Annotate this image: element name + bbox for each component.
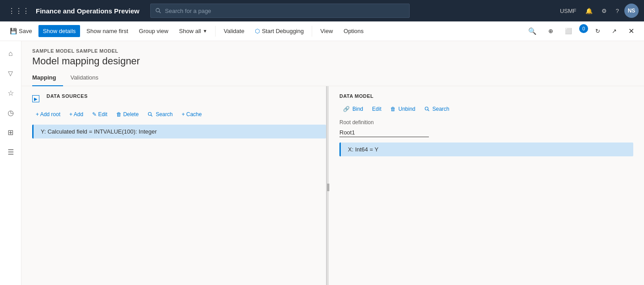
cmd-share-icon[interactable]: ↗ <box>607 24 621 38</box>
grid-icon[interactable]: ⋮⋮⋮ <box>5 4 32 18</box>
global-search[interactable] <box>150 4 410 18</box>
cmd-search-icon[interactable]: 🔍 <box>524 24 541 38</box>
tab-mapping[interactable]: Mapping <box>32 71 63 86</box>
data-model-row[interactable]: X: Int64 = Y <box>339 142 633 156</box>
search-small-icon <box>148 112 153 117</box>
cache-button[interactable]: + Cache <box>178 109 205 119</box>
chevron-down-icon: ▼ <box>203 29 207 34</box>
app-title: Finance and Operations Preview <box>36 7 140 15</box>
top-navigation: ⋮⋮⋮ Finance and Operations Preview USMF … <box>0 0 644 21</box>
svg-point-2 <box>148 113 152 116</box>
svg-line-1 <box>159 12 161 13</box>
left-panel: ▶ DATA SOURCES + Add root + Add ✎ Edit 🗑… <box>21 86 327 285</box>
left-panel-header: DATA SOURCES <box>47 93 88 99</box>
svg-line-3 <box>151 115 153 117</box>
show-details-button[interactable]: Show details <box>38 25 80 37</box>
search-icon <box>155 8 161 14</box>
group-view-button[interactable]: Group view <box>135 25 173 37</box>
root-definition-input[interactable] <box>339 128 429 137</box>
cmd-expand-icon[interactable]: ⬜ <box>560 24 576 38</box>
left-panel-toolbar: + Add root + Add ✎ Edit 🗑 Delete <box>32 109 326 119</box>
save-button[interactable]: 💾 Save <box>5 25 37 37</box>
debug-icon: ⬡ <box>255 28 260 34</box>
right-search-icon <box>424 106 430 112</box>
page-title: Model mapping designer <box>32 55 633 67</box>
command-bar: 💾 Save Show details Show name first Grou… <box>0 21 644 41</box>
cmd-close-icon[interactable]: ✕ <box>624 24 639 38</box>
notification-icon[interactable]: 🔔 <box>582 5 596 17</box>
sidebar: ⌂ ▽ ☆ ◷ ⊞ ☰ <box>0 41 21 285</box>
separator-1 <box>215 26 216 37</box>
unbind-button[interactable]: 🗑 Unbind <box>387 104 419 114</box>
right-panel: DATA MODEL 🔗 Bind Edit 🗑 Unbind <box>329 86 644 285</box>
search-button[interactable]: Search <box>144 109 176 119</box>
show-name-first-button[interactable]: Show name first <box>82 25 132 37</box>
sidebar-item-filter[interactable]: ▽ <box>2 64 20 82</box>
add-root-button[interactable]: + Add root <box>32 109 64 119</box>
start-debugging-button[interactable]: ⬡ Start Debugging <box>250 25 308 37</box>
help-icon[interactable]: ? <box>612 5 623 17</box>
page-header: SAMPLE MODEL SAMPLE MODEL Model mapping … <box>21 41 644 71</box>
root-definition-label: Root definition <box>339 119 633 126</box>
validate-button[interactable]: Validate <box>219 25 249 37</box>
link-icon: 🔗 <box>343 106 350 112</box>
right-search-button[interactable]: Search <box>421 104 453 114</box>
edit-button[interactable]: ✎ Edit <box>89 109 111 119</box>
cmd-pin-icon[interactable]: ⊕ <box>544 24 558 38</box>
separator-2 <box>312 26 312 37</box>
sidebar-item-workspace[interactable]: ⊞ <box>2 123 20 141</box>
svg-point-0 <box>156 8 160 12</box>
trash-icon: 🗑 <box>390 106 396 112</box>
options-button[interactable]: Options <box>339 25 368 37</box>
delete-button[interactable]: 🗑 Delete <box>113 109 142 119</box>
right-edit-button[interactable]: Edit <box>369 104 385 114</box>
show-all-button[interactable]: Show all ▼ <box>174 25 212 37</box>
cmd-refresh-icon[interactable]: ↻ <box>591 24 605 38</box>
view-button[interactable]: View <box>316 25 337 37</box>
svg-point-4 <box>425 107 428 110</box>
save-icon: 💾 <box>10 28 17 34</box>
tab-validations[interactable]: Validations <box>70 71 106 86</box>
sidebar-item-recent[interactable]: ◷ <box>2 104 20 122</box>
bind-button[interactable]: 🔗 Bind <box>339 104 367 114</box>
svg-line-5 <box>428 110 429 111</box>
user-location: USMF <box>556 5 580 17</box>
breadcrumb: SAMPLE MODEL SAMPLE MODEL <box>32 48 633 54</box>
main-layout: ⌂ ▽ ☆ ◷ ⊞ ☰ SAMPLE MODEL SAMPLE MODEL Mo… <box>0 41 644 285</box>
sidebar-item-list[interactable]: ☰ <box>2 143 20 161</box>
avatar[interactable]: NS <box>624 4 639 18</box>
tab-bar: Mapping Validations <box>21 71 644 86</box>
cmd-right-actions: 🔍 ⊕ ⬜ 0 ↻ ↗ ✕ <box>524 24 639 38</box>
panels-container: ▶ DATA SOURCES + Add root + Add ✎ Edit 🗑… <box>21 86 644 285</box>
settings-icon[interactable]: ⚙ <box>598 5 610 17</box>
right-panel-toolbar: 🔗 Bind Edit 🗑 Unbind <box>339 104 633 114</box>
top-nav-right-area: USMF 🔔 ⚙ ? NS <box>556 4 639 18</box>
main-content: SAMPLE MODEL SAMPLE MODEL Model mapping … <box>21 41 644 285</box>
sidebar-item-home[interactable]: ⌂ <box>2 45 20 63</box>
sidebar-item-favorites[interactable]: ☆ <box>2 84 20 102</box>
data-source-row[interactable]: Y: Calculated field = INTVALUE(100): Int… <box>32 125 326 138</box>
add-button[interactable]: + Add <box>66 109 87 119</box>
expand-icon[interactable]: ▶ <box>32 95 39 102</box>
right-panel-header: DATA MODEL <box>339 93 633 99</box>
cmd-badge[interactable]: 0 <box>579 24 588 33</box>
search-input[interactable] <box>165 8 405 14</box>
